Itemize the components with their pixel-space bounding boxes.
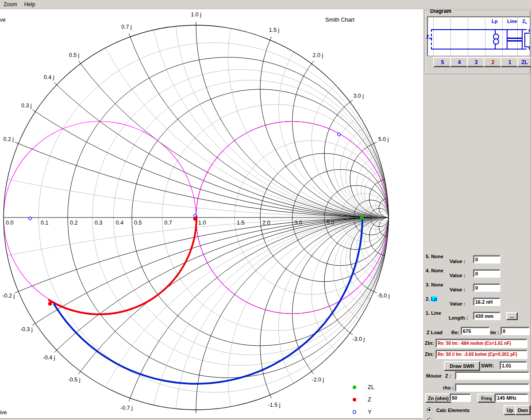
diagram-gridline [517,17,518,56]
value-label: Value : [450,259,465,264]
mouse-rho-input[interactable] [455,383,529,392]
chart-label: 0.2 [70,220,77,226]
draw-swr-button[interactable]: Draw SWR [444,361,480,371]
mouse-rho-label: rho : [443,385,454,390]
chart-label: -3.0 j [352,336,365,342]
chart-label: 2.0 j [313,52,323,58]
element-row-label: 3. None [426,282,443,287]
chart-label: -0.3 j [20,326,33,332]
line-length-input[interactable] [473,312,500,320]
chart-label: Smith Chart [325,17,355,23]
menu-bar: Zoom Help [0,0,531,9]
smith-chart[interactable]: 0.2 j-0.2 j0.3 j-0.3 j0.4 j-0.4 j0.5 j-0… [0,0,423,420]
zin-parallel-label: Zin: [425,351,434,357]
chart-label: -5.0 j [377,293,390,299]
zl-label: ZL [522,19,527,25]
zin-series-readout: Re: 50 Im: -684 mohm (Cs=1.61 nF) [435,339,527,348]
chart-label: 0.7 [164,220,172,226]
line-label: Line [507,19,517,24]
mouse-z-label: Z : [445,373,451,378]
up-button[interactable]: Up [504,405,516,415]
diagram-gridline [485,17,485,56]
chart-label: 0.0 [6,220,13,226]
legend-marker-Z [353,398,356,401]
control-panel: Diagram [423,9,531,420]
chart-label: -0.4 j [43,355,55,361]
freq-button[interactable]: Freq [477,393,496,403]
mouse-label: Mouse [426,373,442,378]
length-label: Length : [449,315,468,321]
chart-label: 0.1 [41,220,48,226]
circuit-diagram: Lp Line ZL [427,16,530,56]
smith-app-window: Zoom Help 0.2 j-0.2 j0.3 j-0.3 j0.4 j-0.… [0,0,531,420]
mouse-z-input[interactable] [455,371,529,380]
element-button-3[interactable]: 3 [467,57,485,67]
chart-label: -2.0 j [312,377,324,383]
element-button-4[interactable]: 4 [450,57,469,67]
element-row-label: 2. Lp [426,296,437,302]
diagram-gridline [433,17,434,56]
status-bar [0,418,423,420]
value-label: Value : [450,287,465,292]
value-label: Value : [450,301,465,306]
line-bar-icon [508,40,522,42]
zn-ohm-button[interactable]: Zn (ohm) [425,393,451,403]
line-more-button[interactable]: ... [506,312,518,320]
chart-label: 3.0 [295,220,302,226]
menu-zoom[interactable]: Zoom [0,0,21,8]
clipped-edge-text-top: ve [0,17,6,23]
chart-label: 1.5 j [269,27,280,33]
swr-input[interactable] [500,361,527,370]
diagram-gridline [450,17,451,56]
chart-label: 0.2 j [3,136,14,142]
chart-label: 0.4 j [44,74,54,80]
chart-label: 1.5 [237,220,244,226]
zload-re-label: Re: [451,330,459,335]
chart-label: Z [368,396,371,403]
element-button-5[interactable]: 5 [433,57,452,67]
zload-re-input[interactable] [461,327,490,335]
calc-elements-radio[interactable] [427,407,432,413]
element-button-1[interactable]: 1 [500,57,519,67]
line-bar-icon [508,38,522,39]
smith-chart-area: 0.2 j-0.2 j0.3 j-0.3 j0.4 j-0.4 j0.5 j-0… [0,0,423,420]
element-3-value-input[interactable] [473,283,500,292]
chart-label: 0.3 j [21,103,32,109]
element-2-value-input[interactable] [473,298,500,306]
line-right-terminal [522,29,523,50]
clipped-radio[interactable] [427,418,432,420]
zin-parallel-readout: Re: 50 // Im: -3.65 kohm (Cp=0.301 pF) [435,350,527,359]
zin-label: Zin [426,34,432,40]
load-resistor-icon [524,33,530,47]
chart-label: 5.0 j [378,136,389,142]
chart-label: 3.0 j [353,93,364,99]
chart-label: 5.0 [327,220,334,226]
down-button[interactable]: Dwn [515,405,531,415]
element-4-value-input[interactable] [473,269,500,278]
line-left-terminal [507,29,508,50]
element-row-label: 1. Line [426,310,441,316]
element-5-value-input[interactable] [473,255,500,263]
chart-label: 0.4 [116,220,123,226]
diagram-gridline [502,17,503,56]
chart-label: -0.5 j [68,377,81,383]
element-row-label: 4. None [426,268,443,273]
element-button-zl[interactable]: ZL [517,57,531,67]
swr-label: SWR: [481,363,494,368]
diagram-title: Diagram [428,9,453,14]
zload-im-label: Im : [490,330,499,335]
chart-label: 0.5 j [69,52,80,58]
freq-input[interactable] [495,393,528,402]
chart-label: 0.7 j [121,24,132,30]
zload-im-input[interactable] [500,327,530,335]
menu-help[interactable]: Help [21,0,39,8]
top-wire [431,29,527,30]
after-line-point-Z [48,302,52,305]
clipped-edge-text-bottom: ive [0,409,7,416]
element-button-2[interactable]: 2 [484,57,502,67]
zn-input[interactable] [450,393,471,402]
zin-series-label: Zin: [425,340,434,346]
load-point-ZL [360,216,364,220]
diagram-gridline [468,17,468,56]
lp-label: Lp [492,19,497,24]
